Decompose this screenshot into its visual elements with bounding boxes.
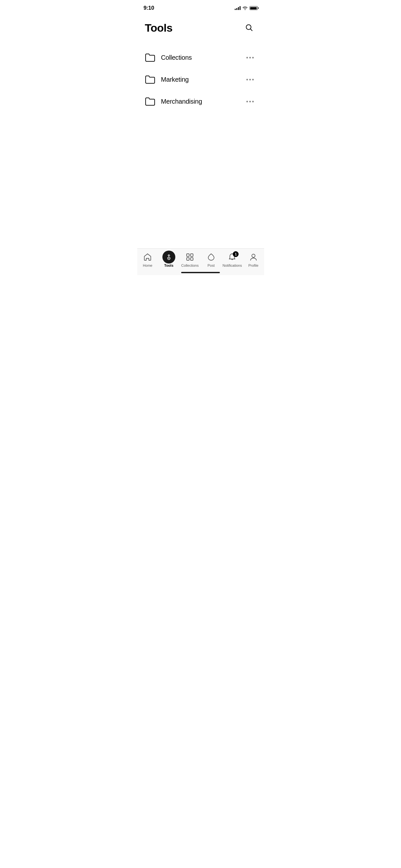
folder-icon-merchandising (145, 97, 155, 106)
folder-icon-collections (145, 53, 155, 62)
tab-notifications[interactable]: 1 Notifications (222, 252, 242, 268)
tab-bar: Home Tools Collections (137, 248, 264, 275)
svg-rect-3 (187, 254, 189, 256)
wifi-icon (243, 6, 248, 10)
home-icon (143, 253, 152, 261)
collections-more-button[interactable] (244, 54, 256, 61)
collections-tab-icon (186, 253, 194, 261)
tab-tools-label: Tools (164, 264, 174, 268)
merchandising-label: Merchandising (161, 98, 202, 105)
battery-icon (250, 6, 258, 10)
home-indicator (181, 272, 220, 273)
tools-icon (166, 254, 172, 260)
svg-rect-5 (187, 258, 189, 260)
list-item-merchandising[interactable]: Merchandising (137, 90, 264, 113)
search-icon (245, 24, 253, 32)
tab-home[interactable]: Home (138, 252, 157, 268)
svg-point-7 (252, 254, 255, 257)
profile-icon (249, 253, 258, 261)
status-bar: 9:10 (137, 0, 264, 14)
tools-list: Collections Marketing Merchandising (137, 41, 264, 118)
page-header: Tools (137, 14, 264, 41)
tab-notifications-label: Notifications (222, 264, 242, 268)
notification-badge: 1 (233, 251, 239, 257)
status-icons (235, 6, 258, 10)
tab-collections[interactable]: Collections (180, 252, 199, 268)
post-icon (207, 253, 215, 261)
page-title: Tools (145, 22, 173, 34)
tab-collections-label: Collections (181, 264, 198, 268)
marketing-label: Marketing (161, 76, 189, 83)
tab-profile[interactable]: Profile (244, 252, 263, 268)
marketing-more-button[interactable] (244, 76, 256, 83)
collections-label: Collections (161, 54, 192, 61)
tab-home-label: Home (143, 264, 152, 268)
list-item-collections[interactable]: Collections (137, 46, 264, 68)
svg-point-2 (168, 258, 169, 259)
tab-post[interactable]: Post (202, 252, 221, 268)
svg-rect-4 (190, 254, 193, 256)
tab-tools[interactable]: Tools (159, 252, 179, 268)
tab-post-label: Post (208, 264, 215, 268)
signal-icon (235, 6, 241, 10)
merchandising-more-button[interactable] (244, 98, 256, 105)
status-time: 9:10 (144, 5, 154, 11)
folder-icon-marketing (145, 75, 155, 84)
list-item-marketing[interactable]: Marketing (137, 68, 264, 90)
svg-rect-6 (190, 258, 193, 260)
tab-profile-label: Profile (248, 264, 258, 268)
search-button[interactable] (242, 21, 256, 35)
